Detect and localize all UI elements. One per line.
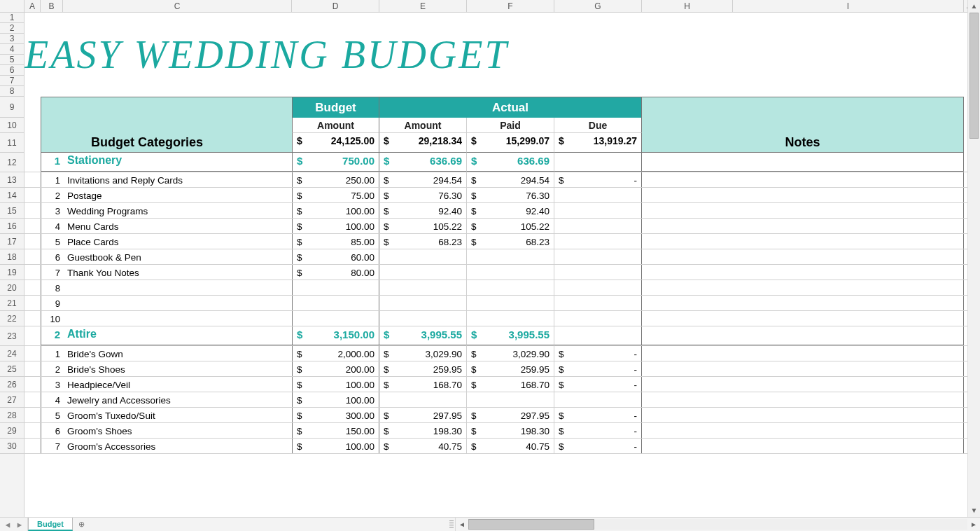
tab-nav-next-icon[interactable]: ► (16, 520, 24, 529)
row-header-10[interactable]: 10 (0, 118, 24, 133)
col-header-F[interactable]: F (467, 0, 554, 12)
col-header-I[interactable]: I (733, 0, 964, 12)
line-item-row[interactable]: 6 Guestbook & Pen $60.00 (24, 249, 967, 265)
row-header-27[interactable]: 27 (0, 392, 24, 408)
notes-label: Notes (642, 133, 964, 153)
total-budget: 24,125.00 (331, 135, 374, 146)
row-header-5[interactable]: 5 (0, 55, 24, 65)
category-row[interactable]: 1 Stationery $750.00 $636.69 $636.69 (24, 153, 967, 172)
line-item-row[interactable]: 2 Bride's Shoes $200.00 $259.95 $259.95 … (24, 361, 967, 377)
col-header-B[interactable]: B (41, 0, 63, 12)
row-header-19[interactable]: 19 (0, 265, 24, 280)
total-actual-amount: 29,218.34 (419, 135, 462, 146)
budget-amount-header: Amount (292, 118, 379, 133)
row-header-14[interactable]: 14 (0, 188, 24, 203)
row-header-4[interactable]: 4 (0, 44, 24, 55)
line-item-row[interactable]: 2 Postage $75.00 $76.30 $76.30 (24, 188, 967, 203)
scroll-right-button[interactable]: ► (967, 518, 980, 531)
scroll-up-button[interactable]: ▲ (968, 0, 980, 13)
line-item-row[interactable]: 6 Groom's Shoes $150.00 $198.30 $198.30 … (24, 423, 967, 439)
total-paid: 15,299.07 (506, 135, 550, 146)
header-block: Budget Actual Amount Amount Paid Due (24, 97, 967, 153)
row-header-12[interactable]: 12 (0, 153, 24, 172)
line-item-row[interactable]: 1 Bride's Gown $2,000.00 $3,029.90 $3,02… (24, 346, 967, 361)
sheet-tab-budget[interactable]: Budget (28, 518, 73, 531)
col-header-H[interactable]: H (642, 0, 733, 12)
row-header-26[interactable]: 26 (0, 377, 24, 392)
line-item-row[interactable]: 7 Groom's Accessories $100.00 $40.75 $40… (24, 439, 967, 454)
category-row[interactable]: 2 Attire $3,150.00 $3,995.55 $3,995.55 (24, 326, 967, 346)
col-header-C[interactable]: C (63, 0, 292, 12)
sheet-body: EASY WEDDING BUDGET Budget Actual (24, 13, 967, 517)
line-item-row[interactable]: 4 Jewelry and Accessories $100.00 (24, 392, 967, 408)
tab-split-handle[interactable] (449, 520, 454, 529)
row-header-17[interactable]: 17 (0, 234, 24, 249)
vertical-scrollbar[interactable]: ▲ ▼ (967, 0, 980, 517)
line-item-row[interactable]: 5 Groom's Tuxedo/Suit $300.00 $297.95 $2… (24, 408, 967, 423)
actual-due-header: Due (554, 118, 642, 133)
row-header-1[interactable]: 1 (0, 13, 24, 23)
row-header-6[interactable]: 6 (0, 65, 24, 76)
row-header-18[interactable]: 18 (0, 249, 24, 265)
actual-amount-header: Amount (379, 118, 467, 133)
row-header-28[interactable]: 28 (0, 408, 24, 423)
vertical-scroll-thumb[interactable] (969, 13, 979, 139)
line-item-row[interactable]: 3 Wedding Programs $100.00 $92.40 $92.40 (24, 203, 967, 219)
row-header-29[interactable]: 29 (0, 423, 24, 439)
line-item-row[interactable]: 4 Menu Cards $100.00 $105.22 $105.22 (24, 219, 967, 234)
col-header-E[interactable]: E (379, 0, 467, 12)
spreadsheet-app: A B C D E F G H I J 12345678910111213141… (0, 0, 980, 531)
line-item-row[interactable]: 5 Place Cards $85.00 $68.23 $68.23 (24, 234, 967, 249)
add-sheet-button[interactable]: ⊕ (73, 518, 91, 531)
col-header-G[interactable]: G (554, 0, 642, 12)
tab-nav-prev-icon[interactable]: ◄ (4, 520, 12, 529)
row-header-13[interactable]: 13 (0, 172, 24, 188)
line-item-row[interactable]: 10 (24, 311, 967, 326)
actual-paid-header: Paid (467, 118, 554, 133)
line-item-row[interactable]: 9 (24, 296, 967, 311)
title-row: EASY WEDDING BUDGET (24, 13, 967, 97)
sheet-tab-bar: ◄ ► Budget ⊕ ◄ ► (0, 517, 980, 531)
row-header-20[interactable]: 20 (0, 280, 24, 296)
row-header-15[interactable]: 15 (0, 203, 24, 219)
row-header-23[interactable]: 23 (0, 326, 24, 346)
row-header-30[interactable]: 30 (0, 439, 24, 454)
line-item-row[interactable]: 7 Thank You Notes $80.00 (24, 265, 967, 280)
document-title: EASY WEDDING BUDGET (24, 32, 509, 77)
row-header-16[interactable]: 16 (0, 219, 24, 234)
col-header-A[interactable]: A (24, 0, 41, 12)
horizontal-scroll-thumb[interactable] (468, 519, 594, 530)
data-rows: 1 Stationery $750.00 $636.69 $636.69 1 I… (24, 153, 967, 454)
line-item-row[interactable]: 8 (24, 280, 967, 296)
row-header-22[interactable]: 22 (0, 311, 24, 326)
actual-column-header: Actual (379, 97, 642, 118)
col-header-D[interactable]: D (292, 0, 379, 12)
select-all-corner[interactable] (0, 0, 24, 13)
budget-column-header: Budget (292, 97, 379, 118)
row-header-11[interactable]: 11 (0, 133, 24, 153)
row-header-8[interactable]: 8 (0, 86, 24, 97)
row-header-7[interactable]: 7 (0, 76, 24, 86)
budget-categories-label: Budget Categories (63, 133, 292, 153)
tab-nav[interactable]: ◄ ► (0, 518, 28, 531)
row-header-24[interactable]: 24 (0, 346, 24, 361)
total-due: 13,919.27 (594, 135, 637, 146)
row-header-21[interactable]: 21 (0, 296, 24, 311)
row-header-2[interactable]: 2 (0, 23, 24, 34)
row-headers: 1234567891011121314151617181920212223242… (0, 13, 24, 517)
column-headers: A B C D E F G H I J (24, 0, 967, 13)
row-header-25[interactable]: 25 (0, 361, 24, 377)
line-item-row[interactable]: 1 Invitations and Reply Cards $250.00 $2… (24, 172, 967, 188)
row-header-3[interactable]: 3 (0, 34, 24, 44)
row-header-9[interactable]: 9 (0, 97, 24, 118)
line-item-row[interactable]: 3 Headpiece/Veil $100.00 $168.70 $168.70… (24, 377, 967, 392)
horizontal-scrollbar[interactable]: ◄ ► (455, 518, 980, 531)
scroll-left-button[interactable]: ◄ (456, 518, 468, 531)
scroll-down-button[interactable]: ▼ (968, 504, 980, 517)
